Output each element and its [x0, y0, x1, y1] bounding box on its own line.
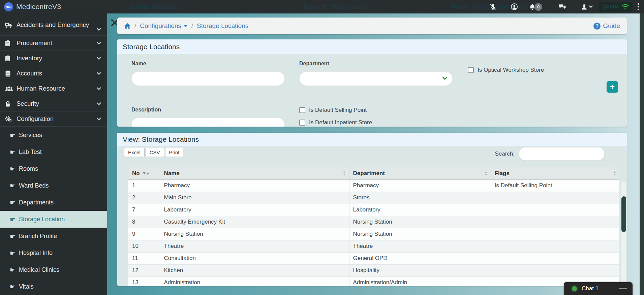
- chevron-down-icon: [97, 87, 101, 90]
- form-panel-title: Storage Locations: [117, 39, 627, 54]
- sidebar-item-rooms[interactable]: ☛ Rooms: [0, 160, 107, 177]
- sidebar-subitem-label: Branch Profile: [19, 233, 57, 240]
- sidebar-item-accounts[interactable]: Accounts: [0, 66, 107, 81]
- checkbox[interactable]: [468, 67, 474, 73]
- column-header-flags[interactable]: Flags: [491, 167, 619, 179]
- ledger-book-icon: [5, 70, 14, 77]
- table-row[interactable]: 7 Laboratory Laboratory: [128, 204, 619, 216]
- sidebar-item-label: Accidents and Emergency: [17, 21, 89, 29]
- checkbox[interactable]: [299, 107, 305, 113]
- more-options-icon[interactable]: [637, 3, 639, 10]
- chat-label: Chat 1: [582, 285, 599, 292]
- breadcrumb-storage-locations[interactable]: Storage Locations: [197, 22, 248, 30]
- chat-bubbles-icon[interactable]: [558, 4, 566, 10]
- name-input[interactable]: [131, 71, 285, 86]
- view-storage-locations-panel: View: Storage Locations Excel CSV Print …: [117, 133, 627, 286]
- table-scrollbar[interactable]: [621, 182, 626, 286]
- sidebar-item-hospital-info[interactable]: ☛ Hospital Info: [0, 244, 107, 261]
- sort-amount-icon: [143, 172, 150, 175]
- queue-label: Queue: [602, 4, 619, 10]
- storage-locations-table: No Name Department: [128, 167, 619, 286]
- minimize-icon[interactable]: [619, 288, 627, 289]
- support-icon[interactable]: [511, 3, 518, 10]
- table-scrollbar-thumb[interactable]: [621, 196, 626, 232]
- hand-pointer-icon: ☛: [10, 165, 16, 172]
- page-scrollbar[interactable]: [640, 13, 644, 295]
- sidebar-item-label: Security: [17, 100, 39, 107]
- caret-down-icon: [184, 25, 188, 27]
- hand-pointer-icon: ☛: [10, 283, 16, 290]
- print-export-button[interactable]: Print: [165, 148, 184, 157]
- checkbox[interactable]: [299, 120, 305, 126]
- add-storage-location-button[interactable]: +: [607, 81, 618, 93]
- chat-widget[interactable]: Chat 1: [564, 282, 633, 295]
- sidebar-subitem-label: Vitals: [19, 283, 34, 290]
- name-label: Name: [131, 61, 146, 67]
- checkbox-label: Is Default Inpatient Store: [309, 119, 372, 126]
- table-row[interactable]: 10 Theatre Theatre: [128, 240, 619, 252]
- breadcrumb-configurations[interactable]: Configurations: [140, 22, 188, 30]
- user-menu-icon[interactable]: [581, 4, 593, 10]
- column-header-department[interactable]: Department: [349, 167, 491, 179]
- sidebar-item-label: Human Resource: [17, 85, 65, 92]
- ambulance-icon: [5, 22, 14, 28]
- sidebar-item-security[interactable]: Security: [0, 96, 107, 111]
- notification-count-badge[interactable]: 0: [534, 3, 542, 11]
- hand-pointer-icon: ☛: [10, 216, 16, 223]
- clipboard-icon: [5, 40, 14, 46]
- queue-button[interactable]: Queue: [599, 2, 633, 12]
- sidebar-subitem-label: Storage Location: [19, 216, 65, 223]
- sidebar-item-procurement[interactable]: Procurement: [0, 36, 107, 51]
- department-select[interactable]: [299, 71, 453, 86]
- sidebar-item-departments[interactable]: ☛ Departments: [0, 194, 107, 211]
- topbar-icons: 0 Queue: [489, 0, 644, 13]
- search-input[interactable]: [519, 147, 605, 161]
- table-row[interactable]: 11 Consultation General OPD: [128, 252, 619, 264]
- sidebar-item-medical-clinics[interactable]: ☛ Medical Clinics: [0, 261, 107, 278]
- sidebar-item-inventory[interactable]: Inventory: [0, 51, 107, 66]
- sidebar-item-ward-beds[interactable]: ☛ Ward Beds: [0, 177, 107, 194]
- microphone-slash-icon[interactable]: [489, 3, 496, 10]
- storage-locations-form-panel: Storage Locations Name Department Is Opt…: [117, 39, 627, 127]
- sidebar-item-label: Configuration: [17, 115, 54, 123]
- sidebar-subitem-label: Departments: [19, 199, 54, 206]
- table-row[interactable]: 13 Administration Administration/Admin: [128, 276, 619, 286]
- optical-workshop-checkbox-row[interactable]: Is Optical Workshop Store: [468, 67, 544, 73]
- breadcrumb: / Configurations / Storage Locations ? G…: [117, 18, 627, 34]
- description-input[interactable]: [131, 118, 285, 127]
- guide-link[interactable]: ? Guide: [593, 22, 620, 30]
- department-select-wrap: [299, 71, 453, 86]
- default-selling-point-checkbox-row[interactable]: Is Default Selling Point: [299, 107, 367, 113]
- chevron-down-icon: [97, 102, 101, 105]
- users-icon: [5, 86, 14, 92]
- sidebar-item-human-resource[interactable]: Human Resource: [0, 81, 107, 96]
- chevron-down-icon: [97, 57, 101, 60]
- sidebar-item-vitals[interactable]: ☛ Vitals: [0, 278, 107, 295]
- column-header-name[interactable]: Name: [152, 167, 349, 179]
- sidebar-item-lab-test[interactable]: ☛ Lab Test: [0, 143, 107, 160]
- excel-export-button[interactable]: Excel: [124, 148, 145, 157]
- sidebar-item-accidents-and-emergency[interactable]: Accidents and Emergency: [0, 15, 107, 36]
- department-label: Department: [299, 61, 329, 67]
- table-row[interactable]: 1 Pharmacy Pharmacy Is Default Selling P…: [128, 179, 619, 192]
- hand-pointer-icon: ☛: [10, 199, 16, 206]
- table-row[interactable]: 12 Kitchen Hospitality: [128, 264, 619, 276]
- sidebar-item-label: Inventory: [17, 55, 42, 62]
- search: Search:: [495, 147, 605, 161]
- sidebar-item-services[interactable]: ☛ Services: [0, 127, 107, 143]
- breadcrumb-separator: /: [191, 22, 193, 30]
- hand-pointer-icon: ☛: [10, 232, 16, 240]
- table-row[interactable]: 9 Nursing Station Nursing Station: [128, 228, 619, 240]
- sidebar-item-branch-profile[interactable]: ☛ Branch Profile: [0, 228, 107, 244]
- sidebar-subitem-label: Services: [19, 132, 42, 139]
- sidebar-item-configuration[interactable]: Configuration: [0, 111, 107, 127]
- home-icon[interactable]: [124, 23, 131, 29]
- table-row[interactable]: 8 Casualty Emergency Kit Nursing Station: [128, 216, 619, 228]
- branch-name: Branch: Main branch: [290, 0, 384, 13]
- column-header-no[interactable]: No: [128, 167, 152, 179]
- csv-export-button[interactable]: CSV: [146, 148, 164, 157]
- description-label: Description: [131, 107, 161, 113]
- default-inpatient-store-checkbox-row[interactable]: Is Default Inpatient Store: [299, 119, 372, 126]
- sidebar-item-storage-location[interactable]: ☛ Storage Location: [0, 211, 107, 228]
- table-row[interactable]: 2 Main Store Stores: [128, 192, 619, 204]
